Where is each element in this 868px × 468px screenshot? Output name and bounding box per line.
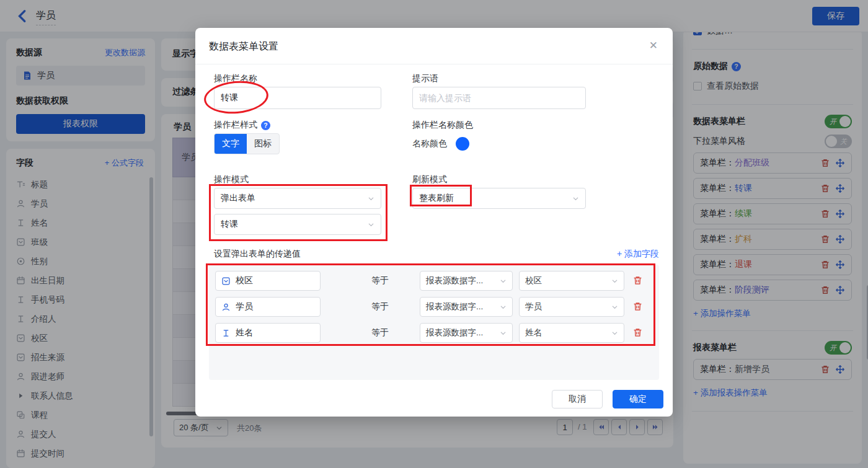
divider xyxy=(195,64,673,64)
pass-field-label: 学员 xyxy=(236,301,253,312)
modal-title: 数据表菜单设置 xyxy=(209,40,278,53)
pass-field-label: 姓名 xyxy=(236,327,253,338)
source-value: 报表源数据字... xyxy=(426,327,483,338)
action-style-label: 操作栏样式? xyxy=(214,120,270,131)
action-mode-sub-select[interactable]: 转课 xyxy=(214,214,381,235)
trash-icon[interactable] xyxy=(632,275,643,286)
source-select[interactable]: 报表源数据字... xyxy=(420,297,513,317)
source-select[interactable]: 报表源数据字... xyxy=(420,271,513,291)
add-field-link[interactable]: + 添加字段 xyxy=(617,249,659,260)
color-swatch[interactable] xyxy=(456,137,469,151)
pass-field-input[interactable]: 校区 xyxy=(215,271,321,291)
value-select[interactable]: 校区 xyxy=(519,271,624,291)
pass-field-input[interactable]: 学员 xyxy=(215,297,321,317)
action-name-label: 操作栏名称 xyxy=(214,73,257,84)
operator-label: 等于 xyxy=(368,301,392,312)
pass-field-label: 校区 xyxy=(236,275,253,286)
style-icon-option[interactable]: 图标 xyxy=(247,134,279,154)
text-icon xyxy=(221,329,231,338)
chevron-down-icon xyxy=(572,195,579,202)
chevron-down-icon xyxy=(368,221,374,228)
source-select[interactable]: 报表源数据字... xyxy=(420,323,513,343)
value-value: 校区 xyxy=(525,275,542,286)
action-mode-select[interactable]: 弹出表单 xyxy=(214,188,381,209)
source-value: 报表源数据字... xyxy=(426,301,483,312)
pass-values-panel: 校区 等于 报表源数据字... 校区 学员 等于 报表源数据字... xyxy=(209,265,659,380)
chevron-down-icon xyxy=(500,330,507,337)
name-color-text: 名称颜色 xyxy=(412,138,447,149)
operator-label: 等于 xyxy=(368,275,392,286)
close-icon[interactable]: ✕ xyxy=(649,39,658,52)
value-value: 姓名 xyxy=(525,327,542,338)
chevron-down-icon xyxy=(500,278,507,285)
report-designer-page: 学员 保存 数据源 更改数据源 学员 数据获取权限 报表权限 字段 + 公式字段… xyxy=(0,0,868,468)
chevron-down-icon xyxy=(611,304,618,311)
chevron-down-icon xyxy=(611,330,618,337)
value-select[interactable]: 学员 xyxy=(519,297,624,317)
chevron-down-icon xyxy=(611,278,618,285)
chevron-down-icon xyxy=(500,304,507,311)
trash-icon[interactable] xyxy=(632,327,643,338)
confirm-button[interactable]: 确定 xyxy=(613,390,663,408)
person-icon xyxy=(221,302,231,312)
help-icon[interactable]: ? xyxy=(261,121,270,130)
refresh-mode-label: 刷新模式 xyxy=(412,174,447,185)
source-value: 报表源数据字... xyxy=(426,275,483,286)
value-value: 学员 xyxy=(525,301,542,312)
name-color-row: 名称颜色 xyxy=(412,137,469,151)
pass-values-label: 设置弹出表单的传递值 xyxy=(214,249,301,260)
action-mode-sub-value: 转课 xyxy=(221,219,238,230)
operator-label: 等于 xyxy=(368,327,392,338)
value-select[interactable]: 姓名 xyxy=(519,323,624,343)
action-mode-value: 弹出表单 xyxy=(221,193,255,204)
refresh-mode-select[interactable]: 整表刷新 xyxy=(412,188,586,209)
style-text-option[interactable]: 文字 xyxy=(215,134,247,154)
chevron-down-icon xyxy=(368,195,374,202)
pass-field-input[interactable]: 姓名 xyxy=(215,323,321,343)
style-segmented-control: 文字 图标 xyxy=(214,133,280,154)
select-icon xyxy=(221,276,231,286)
tip-label: 提示语 xyxy=(412,73,438,84)
action-name-input[interactable] xyxy=(214,87,381,109)
name-color-label: 操作栏名称颜色 xyxy=(412,120,473,131)
tip-input[interactable] xyxy=(412,87,586,109)
table-menu-settings-modal: 数据表菜单设置 ✕ 操作栏名称 提示语 操作栏样式? 文字 图标 操作栏名称颜色… xyxy=(195,28,673,417)
cancel-button[interactable]: 取消 xyxy=(552,390,603,408)
refresh-mode-value: 整表刷新 xyxy=(419,193,454,204)
action-mode-label: 操作模式 xyxy=(214,174,249,185)
trash-icon[interactable] xyxy=(632,301,643,312)
